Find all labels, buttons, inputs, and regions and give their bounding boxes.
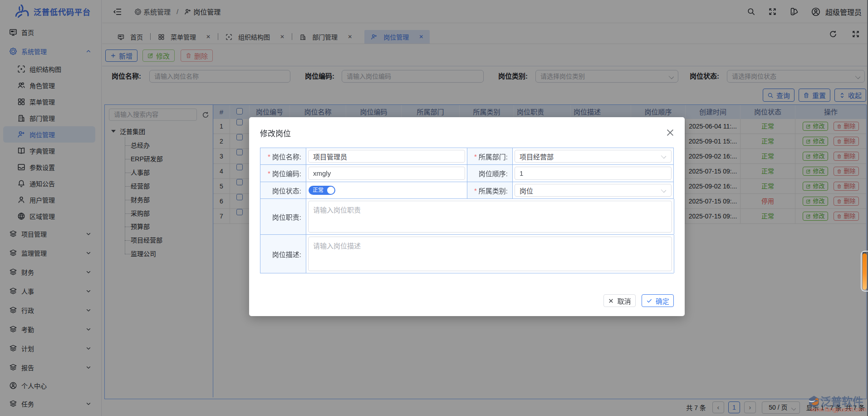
svg-text:泛普软件: 泛普软件 [820, 396, 863, 408]
